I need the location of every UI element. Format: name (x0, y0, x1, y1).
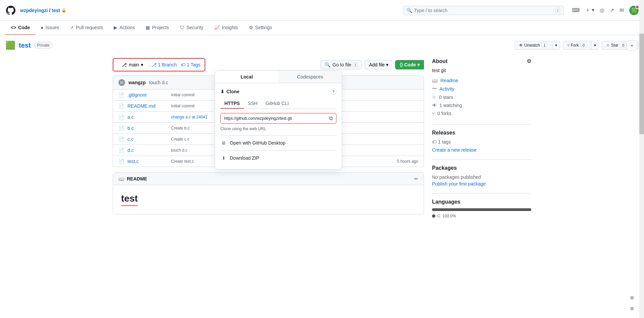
star-icon: ☆ (606, 43, 610, 48)
unwatch-group: 👁 Unwatch 1 ▾ (515, 41, 560, 50)
add-panel-icon[interactable]: ＋ (627, 40, 637, 51)
edit-icon[interactable]: ✏ (414, 176, 418, 181)
plus-icon[interactable]: ＋ ▾ (585, 7, 594, 14)
tab-security[interactable]: 🛡 Security (174, 21, 209, 35)
file-link[interactable]: a.c (127, 114, 168, 120)
about-title: About ⚙ (432, 58, 531, 64)
copilot-icon[interactable]: ◎ (600, 7, 604, 13)
sidebar-link-stars: ☆ 0 stars (432, 93, 531, 101)
clone-help-icon[interactable]: ? (330, 89, 336, 95)
book-icon: 📖 (118, 176, 124, 181)
fork-group: ⑂ Fork 0 ▾ (563, 41, 599, 50)
create-release-link[interactable]: Create a new release (432, 147, 477, 153)
file-link[interactable]: .gitignore (127, 92, 168, 98)
slash-badge: / (555, 8, 560, 13)
unwatch-dropdown[interactable]: ▾ (552, 41, 560, 50)
language-bar (432, 208, 531, 211)
repo-link[interactable]: test (52, 8, 60, 13)
insights-icon: 📈 (214, 25, 220, 30)
repo-actions: 👁 Unwatch 1 ▾ ⑂ Fork 0 ▾ ☆ Star 0 ▾ (515, 41, 639, 50)
scrollbar[interactable] (639, 0, 644, 230)
fork-button[interactable]: ⑂ Fork 0 (563, 41, 591, 50)
tag-count[interactable]: 🏷 1 Tags (181, 62, 201, 67)
scroll-thumb[interactable] (639, 34, 644, 134)
fork-dropdown[interactable]: ▾ (591, 41, 599, 50)
repo-nav: <> Code ● Issues ↗ Pull requests ▶ Actio… (0, 21, 644, 35)
code-chevron-icon: ▾ (417, 62, 420, 67)
readme-content: test (113, 185, 424, 214)
tab-insights[interactable]: 📈 Insights (209, 21, 243, 35)
branch-bar: ⎇ main ▾ | ⎇ 1 Branch 🏷 1 Tags 🔍 Go to f… (113, 58, 424, 71)
unwatch-button[interactable]: 👁 Unwatch 1 (515, 41, 552, 50)
tab-codespaces[interactable]: Codespaces (278, 71, 342, 83)
terminal-icon[interactable]: ⌨ (572, 7, 580, 13)
tab-projects[interactable]: ▦ Projects (140, 21, 174, 35)
readme-box: 📖 README ✏ test (113, 172, 424, 214)
clone-body: ⬇ Clone ? HTTPS SSH GitHub CLI ⧉ Clone u… (215, 83, 342, 169)
pull-request-icon[interactable]: ↗ (610, 7, 614, 13)
lang-name: C (437, 214, 440, 218)
tag-icon: 🏷 (181, 62, 185, 67)
tab-actions[interactable]: ▶ Actions (108, 21, 140, 35)
path-separator: / (49, 8, 50, 13)
code-btn-group: ⟨⟩ Code ▾ (395, 60, 424, 69)
username-link[interactable]: wzpdeyingzi (20, 8, 48, 13)
file-link[interactable]: c.c (127, 137, 168, 142)
eye-icon: 👁 (519, 43, 523, 48)
repo-title[interactable]: test (19, 42, 31, 49)
file-link[interactable]: test.c (127, 159, 168, 164)
file-icon: 📄 (118, 137, 124, 142)
header-icons: ⌨ ＋ ▾ ◎ ↗ ✉ 🟩 (572, 6, 639, 15)
tab-code[interactable]: <> Code (5, 21, 35, 35)
inbox-icon[interactable]: ✉ (620, 7, 624, 13)
activity-link[interactable]: Activity (439, 86, 454, 92)
tab-pull-requests[interactable]: ↗ Pull requests (64, 21, 108, 35)
issues-icon: ● (41, 25, 43, 30)
search-input[interactable] (414, 8, 554, 13)
add-file-button[interactable]: Add file ▾ (365, 60, 392, 69)
about-section: About ⚙ test git 📖 Readme 〜 Activity ☆ 0… (432, 58, 531, 117)
actions-icon: ▶ (114, 25, 117, 30)
readme-link[interactable]: Readme (440, 78, 458, 83)
github-logo[interactable] (5, 5, 16, 16)
proto-ssh[interactable]: SSH (244, 99, 262, 109)
private-badge: Private (34, 42, 53, 49)
proto-https[interactable]: HTTPS (220, 99, 244, 109)
file-link[interactable]: b.c (127, 125, 168, 131)
search-icon: 🔍 (407, 8, 412, 13)
clone-section-title: ⬇ Clone ? (220, 89, 336, 95)
sidebar-divider (432, 124, 531, 124)
activity-icon: 〜 (432, 86, 437, 92)
commit-message: touch d.c (149, 80, 168, 85)
branch-selector[interactable]: ⎇ main ▾ (117, 60, 147, 69)
file-link[interactable]: README.md (127, 103, 168, 109)
commit-link[interactable]: change a.c at 24041 (171, 115, 208, 119)
tab-issues[interactable]: ● Issues (35, 21, 64, 35)
go-to-file[interactable]: 🔍 Go to file t (320, 60, 362, 69)
avatar-icon[interactable]: 🟩 (629, 6, 639, 15)
copy-button[interactable]: ⧉ (329, 115, 333, 121)
releases-count[interactable]: 🏷 1 tags (432, 139, 531, 145)
tab-settings[interactable]: ⚙ Settings (244, 21, 278, 35)
readme-header: 📖 README ✏ (113, 173, 424, 185)
open-desktop-action[interactable]: 🖥 Open with GitHub Desktop (220, 137, 336, 149)
add-file-group: Add file ▾ (365, 60, 392, 69)
right-panel: ＋ (627, 40, 637, 51)
download-zip-action[interactable]: ⬇ Download ZIP (220, 152, 336, 164)
branch-icon: ⎇ (121, 62, 127, 67)
file-icon: 📄 (118, 148, 124, 153)
search-box[interactable]: 🔍 / (403, 6, 564, 15)
about-settings-icon[interactable]: ⚙ (527, 58, 531, 64)
proto-cli[interactable]: GitHub CLI (262, 99, 293, 109)
desktop-icon: 🖥 (220, 140, 227, 146)
clone-url-input[interactable] (224, 116, 329, 121)
sidebar-divider3 (432, 193, 531, 194)
language-item: C 100.0% (432, 214, 531, 218)
chevron-down-icon: ▾ (141, 62, 143, 67)
code-button[interactable]: ⟨⟩ Code ▾ (395, 60, 424, 69)
releases-section: Releases 🏷 1 tags Create a new release (432, 130, 531, 153)
publish-package-link[interactable]: Publish your first package (432, 181, 486, 187)
file-link[interactable]: d.c (127, 148, 168, 153)
branch-count[interactable]: ⎇ 1 Branch (151, 62, 177, 67)
tab-local[interactable]: Local (215, 71, 278, 83)
